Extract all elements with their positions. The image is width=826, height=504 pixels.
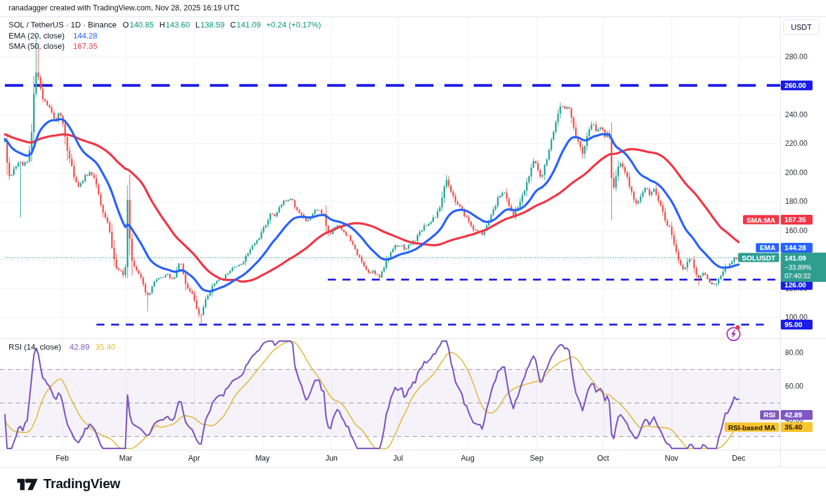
close-label: C [230,20,236,29]
ema-legend-label: EMA (20, close) [9,31,65,40]
symbol-title: SOL / TetherUS · 1D · Binance [9,20,117,29]
sma-value-badge: 167.35 [781,215,813,225]
rsi-tag: RSI [760,410,779,419]
tradingview-logo[interactable]: TradingView [17,476,120,492]
sma-legend-value: 167.35 [73,41,98,51]
sma-legend-label: SMA (50, close) [9,41,65,51]
low-label: L [195,20,200,29]
tradingview-chart-page: ranadagger created with TradingView.com,… [0,0,826,504]
level-126-badge: 126.00 [781,280,813,290]
rsi-legend-value: 42.89 [70,342,90,351]
price-tick-label: 240.00 [785,110,808,119]
bar-countdown: 07:40:32 [784,272,825,281]
open-value: 140.85 [129,20,154,29]
price-tick-label: 180.00 [785,197,808,206]
attribution-text: ranadagger created with TradingView.com,… [9,4,239,12]
chart-canvas[interactable] [0,0,826,504]
rsi-legend-label: RSI (14, close) [9,342,61,351]
level-260-badge: 260.00 [781,81,813,90]
month-label: Nov [665,454,678,463]
sma-tag: SMA:MA [743,215,779,225]
price-tick-label: 160.00 [785,226,808,235]
month-label: May [255,454,270,463]
rsi-ma-tag: RSI-based MA [725,423,779,432]
last-price-change: −33.89% [784,263,825,272]
month-label: Mar [119,454,132,463]
close-value: 141.09 [236,20,261,29]
tradingview-mark-icon [17,476,38,492]
symbol-legend-row[interactable]: SOL / TetherUS · 1D · BinanceO140.85H143… [9,20,324,29]
month-label: Jul [393,454,403,463]
last-price-value: 141.09 [784,254,825,263]
level-95-badge: 95.00 [781,320,813,329]
high-label: H [159,20,165,29]
rsi-tick-label: 60.00 [785,382,803,391]
lightning-icon [730,329,737,339]
rsi-tick-label: 80.00 [785,348,803,357]
month-label: Apr [188,454,200,463]
rsi-legend-row[interactable]: RSI (14, close)42.8935.40 [9,342,118,351]
month-label: Sep [530,454,543,463]
rsi-value-badge: 42.89 [781,410,813,420]
month-label: Feb [56,454,69,463]
high-value: 143.60 [165,20,190,29]
month-label: Aug [461,454,474,463]
notification-dot [736,325,740,329]
rsi-ma-legend-value: 35.40 [96,342,116,351]
price-tick-label: 220.00 [785,139,808,148]
month-label: Oct [597,454,609,463]
ema-value-badge: 144.28 [781,243,813,253]
currency-button[interactable]: USDT [783,20,819,35]
ema-legend-row[interactable]: EMA (20, close)144.28 [9,31,100,40]
price-tick-label: 280.00 [785,52,808,61]
price-tick-label: 200.00 [785,168,808,177]
change-value: +0.24 (+0.17%) [266,20,321,29]
tradingview-wordmark: TradingView [43,476,120,492]
ema-tag: EMA [756,243,779,252]
open-label: O [123,20,129,29]
ema-legend-value: 144.28 [73,31,98,40]
last-price-badge: 141.09 −33.89% 07:40:32 [781,253,826,282]
month-label: Dec [732,454,745,463]
symbol-tag: SOLUSDT [738,253,779,262]
month-label: Jun [325,454,338,463]
low-value: 138.59 [200,20,225,29]
time-axis[interactable] [0,450,780,467]
sma-legend-row[interactable]: SMA (50, close)167.35 [9,41,100,51]
rsi-ma-value-badge: 35.40 [781,422,813,432]
